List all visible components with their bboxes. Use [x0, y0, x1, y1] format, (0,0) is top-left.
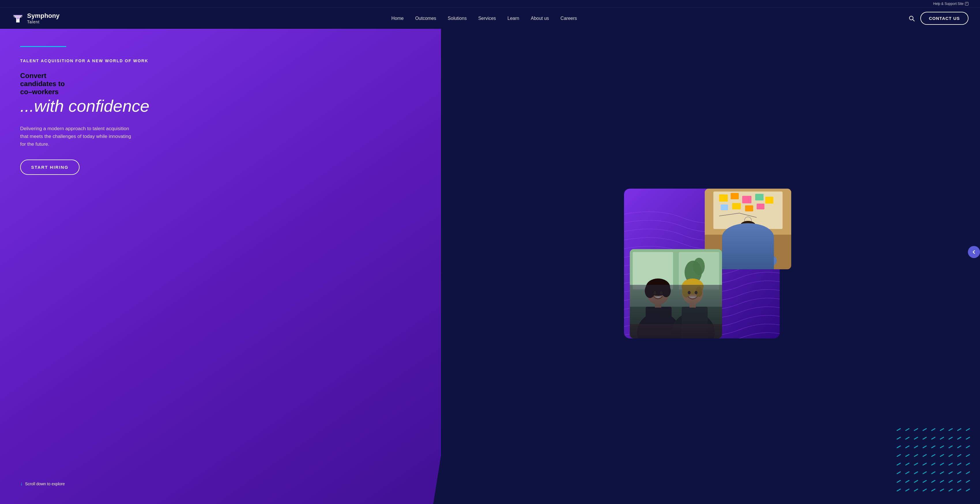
- svg-rect-43: [655, 300, 661, 307]
- search-button[interactable]: [909, 16, 915, 21]
- svg-rect-69: [896, 437, 901, 440]
- deco-dashes-svg: [891, 423, 974, 498]
- women-smiling-svg: [630, 249, 722, 338]
- svg-rect-64: [931, 428, 935, 431]
- svg-rect-93: [948, 454, 953, 457]
- svg-rect-67: [957, 428, 961, 431]
- svg-point-30: [719, 254, 742, 268]
- svg-rect-79: [905, 445, 909, 449]
- svg-rect-112: [957, 471, 961, 474]
- svg-rect-122: [966, 480, 970, 483]
- svg-rect-59: [630, 324, 722, 338]
- svg-rect-26: [749, 231, 756, 235]
- svg-rect-97: [905, 463, 909, 466]
- svg-rect-18: [745, 205, 753, 211]
- svg-rect-111: [948, 471, 953, 474]
- svg-rect-120: [948, 480, 953, 483]
- svg-point-54: [682, 279, 703, 295]
- hero-heading-line1: Convert: [20, 72, 46, 79]
- svg-rect-119: [940, 480, 944, 483]
- nav-item-solutions[interactable]: Solutions: [448, 16, 467, 21]
- main-nav: Symphony Talent Home Outcomes Solutions …: [0, 8, 980, 29]
- svg-rect-91: [931, 454, 935, 457]
- nav-item-outcomes[interactable]: Outcomes: [415, 16, 436, 21]
- svg-rect-80: [914, 445, 918, 449]
- accent-line: [20, 46, 66, 47]
- svg-rect-84: [948, 445, 953, 449]
- hero-content: TALENT ACQUISITION FOR A NEW WORLD OF WO…: [20, 59, 492, 466]
- svg-rect-102: [948, 463, 953, 466]
- hero-description: Delivering a modern approach to talent a…: [20, 125, 135, 148]
- svg-rect-88: [905, 454, 909, 457]
- svg-rect-81: [922, 445, 927, 449]
- contact-us-button[interactable]: CONTACT US: [920, 12, 969, 25]
- hero-heading-italic: ...with confidence: [20, 96, 492, 116]
- hero-right-panel: [441, 29, 980, 504]
- logo-text: Symphony Talent: [27, 12, 59, 24]
- svg-rect-14: [755, 194, 764, 200]
- svg-rect-42: [646, 307, 671, 338]
- start-hiring-button[interactable]: START HIRING: [20, 160, 80, 175]
- svg-rect-105: [896, 471, 901, 474]
- svg-rect-52: [689, 300, 696, 307]
- help-support-link[interactable]: Help & Support Site: [933, 2, 969, 6]
- svg-rect-71: [914, 437, 918, 440]
- svg-rect-68: [966, 428, 970, 431]
- nav-item-learn[interactable]: Learn: [508, 16, 519, 21]
- svg-rect-74: [940, 437, 944, 440]
- svg-rect-110: [940, 471, 944, 474]
- svg-rect-103: [957, 463, 961, 466]
- nav-item-services[interactable]: Services: [478, 16, 496, 21]
- svg-point-57: [688, 291, 690, 294]
- logo-sub: Talent: [27, 20, 59, 24]
- svg-rect-32: [731, 256, 765, 269]
- svg-point-55: [682, 286, 690, 298]
- svg-rect-75: [948, 437, 953, 440]
- svg-rect-92: [940, 454, 944, 457]
- svg-rect-108: [922, 471, 927, 474]
- svg-rect-33: [732, 258, 764, 269]
- svg-rect-51: [682, 307, 708, 338]
- svg-rect-17: [732, 203, 741, 209]
- logo-icon: [11, 12, 24, 25]
- svg-point-53: [682, 284, 703, 304]
- scroll-down[interactable]: ↓ Scroll down to explore: [20, 481, 492, 487]
- down-arrow-icon: ↓: [20, 481, 23, 487]
- svg-rect-34: [732, 258, 764, 269]
- svg-rect-65: [940, 428, 944, 431]
- svg-point-24: [740, 221, 756, 231]
- svg-rect-78: [896, 445, 901, 449]
- nav-item-about[interactable]: About us: [531, 16, 549, 21]
- logo-brand: Symphony: [27, 12, 59, 19]
- nav-item-careers[interactable]: Careers: [561, 16, 577, 21]
- svg-rect-13: [742, 196, 751, 203]
- logo[interactable]: Symphony Talent: [11, 12, 59, 25]
- svg-point-23: [739, 223, 757, 241]
- svg-rect-61: [905, 428, 909, 431]
- svg-rect-19: [757, 204, 764, 209]
- svg-point-56: [695, 287, 702, 297]
- svg-rect-98: [914, 463, 918, 466]
- svg-rect-125: [914, 488, 918, 491]
- sidebar-toggle-button[interactable]: [968, 246, 980, 258]
- deco-pattern: [891, 423, 974, 498]
- svg-rect-114: [896, 480, 901, 483]
- svg-point-41: [637, 312, 680, 338]
- nav-item-home[interactable]: Home: [391, 16, 404, 21]
- nav-right: CONTACT US: [909, 12, 969, 25]
- svg-rect-118: [931, 480, 935, 483]
- chevron-left-icon: [972, 250, 976, 254]
- svg-point-46: [645, 284, 655, 298]
- hero-left-panel: TALENT ACQUISITION FOR A NEW WORLD OF WO…: [0, 29, 510, 504]
- svg-rect-126: [922, 488, 927, 491]
- svg-rect-60: [896, 428, 901, 431]
- svg-rect-109: [931, 471, 935, 474]
- svg-rect-131: [966, 488, 970, 491]
- svg-rect-121: [957, 480, 961, 483]
- svg-rect-86: [966, 445, 970, 449]
- svg-rect-87: [896, 454, 901, 457]
- help-support-text: Help & Support Site: [933, 2, 964, 6]
- svg-rect-129: [948, 488, 953, 491]
- nav-links: Home Outcomes Solutions Services Learn A…: [391, 16, 577, 21]
- svg-rect-127: [931, 488, 935, 491]
